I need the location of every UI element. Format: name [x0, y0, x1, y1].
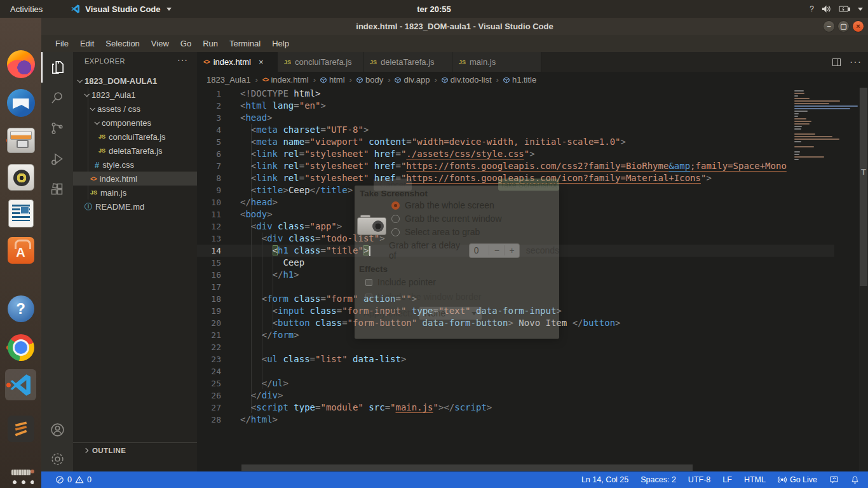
breadcrumb-body[interactable]: body — [356, 75, 383, 85]
status-ln-14-col-25[interactable]: Ln 14, Col 25 — [581, 475, 628, 484]
minimize-button[interactable]: – — [823, 20, 835, 32]
editor-more-actions-icon[interactable]: ··· — [850, 57, 862, 68]
status-feedback-icon[interactable] — [829, 475, 839, 484]
menu-selection[interactable]: Selection — [100, 37, 145, 50]
tree-item-style-css[interactable]: #style.css — [73, 158, 197, 172]
code-line: <body> — [240, 208, 273, 220]
status-bell-icon[interactable] — [851, 475, 859, 484]
breadcrumb-1823_aula1[interactable]: 1823_Aula1 — [207, 75, 250, 85]
dock-item-firefox[interactable] — [5, 48, 36, 79]
app-menu[interactable]: Visual Studio Code — [71, 4, 171, 14]
dock-item-help[interactable] — [5, 293, 36, 324]
symbol-cube-icon — [320, 77, 327, 83]
radio-selected-icon[interactable] — [391, 201, 400, 210]
code-token — [240, 318, 273, 328]
tree-item-1823-aula1[interactable]: 1823_Aula1 — [73, 88, 197, 102]
radio-icon[interactable] — [391, 228, 400, 236]
chevron-right-icon — [83, 447, 88, 452]
checkbox-icon[interactable] — [365, 279, 372, 286]
radio-option-3[interactable]: Select area to grab — [391, 226, 480, 238]
include-pointer-option[interactable]: Include pointer — [365, 276, 436, 288]
dock-item-libreoffice-writer[interactable] — [5, 198, 36, 229]
dock-item-show-applications[interactable] — [5, 473, 36, 488]
menu-edit[interactable]: Edit — [74, 37, 100, 50]
tree-item-componentes[interactable]: componentes — [73, 116, 197, 130]
status-error-icon[interactable]: 0 — [55, 475, 72, 484]
activity-extensions[interactable] — [41, 174, 73, 205]
radio-icon[interactable] — [391, 215, 400, 223]
tab-index-html[interactable]: <>index.html× — [197, 52, 278, 72]
activity-run-debug[interactable] — [41, 144, 73, 174]
code-token — [240, 245, 273, 255]
status-html[interactable]: HTML — [744, 475, 766, 484]
tree-item-readme-md[interactable]: iREADME.md — [73, 200, 197, 214]
breadcrumb-div-app[interactable]: div.app — [395, 75, 430, 85]
tree-item-index-html[interactable]: <>index.html — [73, 172, 197, 186]
tree-item-main-js[interactable]: JSmain.js — [73, 186, 197, 200]
menu-file[interactable]: File — [50, 37, 74, 50]
tree-item-concluitarefa-js[interactable]: JSconcluiTarefa.js — [73, 130, 197, 144]
delay-spinner[interactable]: 0 − + — [469, 243, 520, 258]
outline-section[interactable]: OUTLINE — [73, 442, 197, 458]
dock-item-sublime-text[interactable] — [5, 413, 36, 444]
ubuntu-dock — [0, 18, 41, 488]
dock-item-files[interactable] — [5, 125, 36, 156]
menu-terminal[interactable]: Terminal — [224, 37, 266, 50]
tree-item-1823-dom-aula1[interactable]: 1823_DOM-AULA1 — [73, 74, 197, 88]
tab-deletatarefa-js[interactable]: JSdeletaTarefa.js — [363, 52, 452, 72]
status-go-live[interactable]: Go Live — [778, 475, 817, 484]
system-tray[interactable]: ? — [810, 0, 863, 18]
tree-item-assets-css[interactable]: assets / css — [73, 102, 197, 116]
more-actions-icon[interactable]: ··· — [177, 55, 188, 65]
checkbox-icon[interactable] — [365, 294, 372, 301]
apply-effect-row: Apply effect: None — [363, 306, 482, 320]
dock-item-chrome[interactable] — [5, 332, 36, 363]
window-titlebar[interactable]: index.html - 1823_DOM-aula1 - Visual Stu… — [41, 18, 868, 35]
breadcrumb-html[interactable]: html — [320, 75, 345, 85]
activity-explorer[interactable] — [41, 52, 73, 83]
code-token: = — [310, 354, 315, 364]
dock-item-rhythmbox[interactable] — [5, 161, 36, 193]
code-line: Ceep — [240, 257, 304, 269]
dock-item-thunderbird[interactable] — [5, 87, 36, 118]
menu-help[interactable]: Help — [266, 37, 295, 50]
scrollbar-thumb[interactable] — [860, 88, 867, 286]
tab-concluitarefa-js[interactable]: JSconcluiTarefa.js — [278, 52, 363, 72]
radio-option-2[interactable]: Grab the current window — [391, 212, 502, 225]
menu-go[interactable]: Go — [175, 37, 197, 50]
decrement-button[interactable]: − — [489, 245, 504, 255]
status-lf[interactable]: LF — [722, 475, 732, 484]
activities-button[interactable]: Activities — [0, 0, 53, 18]
radio-option-1[interactable]: Grab the whole screen — [391, 199, 494, 212]
code-token — [240, 269, 273, 280]
apply-effect-dropdown[interactable]: None — [419, 306, 482, 320]
tree-item-deletatarefa-js[interactable]: JSdeletaTarefa.js — [73, 144, 197, 158]
status-warning-icon[interactable]: 0 — [75, 475, 92, 484]
clock[interactable]: ter 20:55 — [417, 4, 451, 14]
close-tab-icon[interactable]: × — [259, 57, 264, 67]
maximize-button[interactable]: ▢ — [837, 20, 850, 32]
breadcrumb-h1-title[interactable]: h1.title — [503, 75, 536, 85]
activity-settings[interactable] — [41, 444, 73, 474]
split-editor-icon[interactable] — [832, 58, 841, 66]
breadcrumb-index-html[interactable]: <>index.html — [262, 75, 309, 85]
delay-value[interactable]: 0 — [470, 245, 489, 255]
dock-item-ubuntu-software[interactable] — [5, 234, 36, 266]
activity-search[interactable] — [41, 83, 73, 113]
close-button[interactable]: × — [852, 20, 864, 32]
menu-run[interactable]: Run — [197, 37, 224, 50]
menu-view[interactable]: View — [146, 37, 175, 50]
activity-source-control[interactable] — [41, 113, 73, 144]
increment-button[interactable]: + — [504, 245, 519, 255]
problems-status[interactable]: 00 — [41, 475, 92, 484]
breadcrumb-div-todo-list[interactable]: div.todo-list — [442, 75, 492, 85]
status-utf-8[interactable]: UTF-8 — [688, 475, 710, 484]
dock-item-vscode[interactable] — [5, 369, 36, 400]
tab-main-js[interactable]: JSmain.js — [452, 52, 541, 72]
activity-account[interactable] — [41, 414, 73, 445]
horizontal-scrollbar[interactable] — [241, 464, 693, 471]
outline-label: OUTLINE — [92, 447, 126, 454]
status-spaces-2[interactable]: Spaces: 2 — [641, 475, 676, 484]
window-border-option[interactable]: Include the window border — [365, 291, 481, 302]
vertical-scrollbar[interactable]: T — [859, 88, 868, 471]
